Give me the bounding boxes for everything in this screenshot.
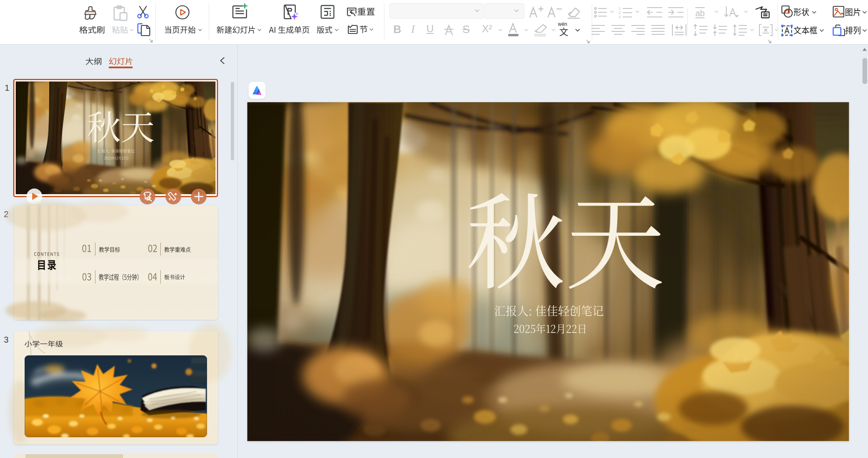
svg-text:ab: ab [695,8,705,18]
svg-text:1: 1 [619,6,621,11]
svg-text:2: 2 [619,11,621,15]
svg-text:3: 3 [619,15,621,19]
